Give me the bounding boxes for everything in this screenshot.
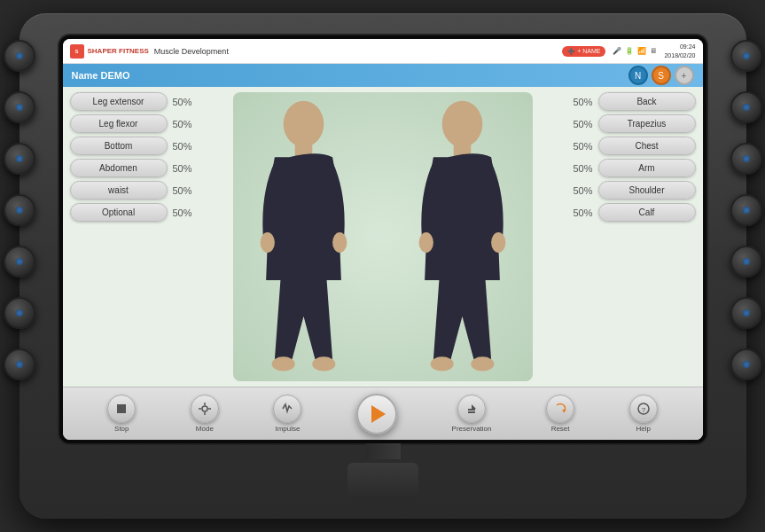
waist-value: 50% — [173, 185, 199, 196]
knob[interactable] — [730, 194, 762, 226]
leg-flexor-button[interactable]: Leg flexor — [70, 114, 168, 133]
muscle-row: Bottom 50% — [70, 137, 230, 155]
knob[interactable] — [730, 348, 762, 380]
help-label: Help — [636, 425, 650, 433]
top-bar: S SHAPER FITNESS Muscle Development ➕ + … — [63, 39, 703, 64]
shoulder-button[interactable]: Shoulder — [598, 181, 696, 200]
leg-extensor-value: 50% — [173, 97, 199, 107]
muscle-row: 50% Chest — [536, 137, 696, 155]
body-figures — [233, 92, 533, 381]
logo-icon: S — [70, 44, 84, 59]
shoulder-value: 50% — [566, 185, 593, 196]
waist-button[interactable]: waist — [70, 181, 168, 200]
svg-rect-20 — [468, 411, 475, 413]
arm-button[interactable]: Arm — [598, 159, 696, 177]
svg-point-4 — [271, 356, 294, 371]
impulse-label: Impulse — [275, 425, 300, 433]
impulse-icon — [273, 395, 301, 423]
svg-point-13 — [202, 406, 207, 411]
name-bar: Name DEMO N S + — [63, 64, 703, 87]
app-title: Muscle Development — [154, 47, 229, 56]
optional-value: 50% — [173, 207, 199, 218]
knob[interactable] — [730, 297, 762, 329]
stop-label: Stop — [114, 425, 129, 433]
knob[interactable] — [4, 297, 35, 329]
arm-value: 50% — [566, 163, 593, 174]
svg-rect-12 — [117, 404, 126, 413]
screen-bezel: S SHAPER FITNESS Muscle Development ➕ + … — [59, 35, 706, 443]
session-name: Name DEMO — [72, 70, 130, 81]
chest-value: 50% — [566, 141, 593, 152]
knob[interactable] — [4, 246, 35, 278]
svg-point-5 — [312, 356, 335, 371]
calf-button[interactable]: Calf — [598, 203, 696, 222]
knob[interactable] — [730, 246, 762, 278]
knob[interactable] — [730, 143, 762, 175]
back-body-figure — [392, 92, 533, 381]
knob[interactable] — [4, 91, 35, 123]
knob[interactable] — [4, 194, 35, 226]
knob[interactable] — [4, 143, 35, 175]
svg-text:?: ? — [641, 406, 645, 414]
screen: S SHAPER FITNESS Muscle Development ➕ + … — [63, 39, 703, 440]
abdomen-button[interactable]: Abdomen — [70, 159, 168, 177]
stand-base — [347, 463, 418, 498]
front-body-figure — [233, 92, 374, 381]
device: S SHAPER FITNESS Muscle Development ➕ + … — [20, 13, 746, 519]
ctrl-n-button[interactable]: N — [628, 66, 648, 85]
svg-point-9 — [491, 232, 505, 253]
back-button[interactable]: Back — [598, 92, 696, 111]
mode-button[interactable]: Mode — [191, 395, 219, 433]
optional-button[interactable]: Optional — [70, 203, 168, 222]
reset-label: Reset — [551, 425, 570, 433]
left-muscle-panel: Leg extensor 50% Leg flexor 50% Bottom 5… — [70, 92, 230, 381]
ctrl-s-button[interactable]: S — [652, 66, 671, 85]
muscle-row: 50% Back — [536, 92, 696, 111]
help-button[interactable]: ? Help — [629, 395, 658, 433]
trapezius-button[interactable]: Trapezius — [598, 114, 696, 133]
muscle-row: 50% Calf — [536, 203, 696, 222]
mode-label: Mode — [196, 425, 214, 433]
preservation-icon — [457, 395, 486, 423]
back-value: 50% — [566, 97, 593, 107]
main-content: Leg extensor 50% Leg flexor 50% Bottom 5… — [63, 87, 703, 387]
battery-icon: 🔋 — [625, 47, 634, 55]
top-bar-right: ➕ + NAME 🎤 🔋 📶 🖥 09:24 2018/02/20 — [562, 43, 695, 59]
help-icon: ? — [629, 395, 658, 423]
muscle-row: Leg flexor 50% — [70, 114, 230, 133]
knobs-left — [4, 40, 35, 380]
svg-point-11 — [471, 356, 494, 371]
time: 09:24 — [664, 43, 695, 51]
preservation-button[interactable]: Preservation — [452, 395, 492, 433]
wifi-icon: 📶 — [637, 47, 646, 55]
calf-value: 50% — [566, 207, 593, 218]
ctrl-plus-button[interactable]: + — [675, 66, 694, 85]
stop-button[interactable]: Stop — [107, 395, 136, 433]
svg-point-10 — [430, 356, 453, 371]
muscle-row: 50% Shoulder — [536, 181, 696, 200]
knob[interactable] — [4, 348, 35, 380]
stop-icon — [107, 395, 136, 423]
muscle-row: 50% Arm — [536, 159, 696, 177]
impulse-button[interactable]: Impulse — [273, 395, 301, 433]
date: 2018/02/20 — [664, 51, 695, 59]
bottom-value: 50% — [173, 141, 199, 152]
bottom-button[interactable]: Bottom — [70, 137, 168, 155]
svg-point-0 — [283, 101, 324, 147]
leg-extensor-button[interactable]: Leg extensor — [70, 92, 168, 111]
stand-neck — [365, 443, 401, 459]
knobs-right — [730, 40, 762, 380]
leg-flexor-value: 50% — [173, 119, 199, 129]
knob[interactable] — [730, 91, 762, 123]
right-muscle-panel: 50% Back 50% Trapezius 50% Chest 50% Arm — [536, 92, 696, 381]
chest-button[interactable]: Chest — [598, 137, 696, 155]
user-button[interactable]: ➕ + NAME — [562, 46, 605, 57]
play-button[interactable] — [356, 394, 397, 434]
knob[interactable] — [730, 40, 762, 72]
knob[interactable] — [4, 40, 35, 72]
time-display: 09:24 2018/02/20 — [664, 43, 695, 59]
reset-button[interactable]: Reset — [546, 395, 574, 433]
logo-text: SHAPER FITNESS — [88, 47, 149, 55]
svg-point-6 — [441, 101, 482, 147]
muscle-row: waist 50% — [70, 181, 230, 200]
